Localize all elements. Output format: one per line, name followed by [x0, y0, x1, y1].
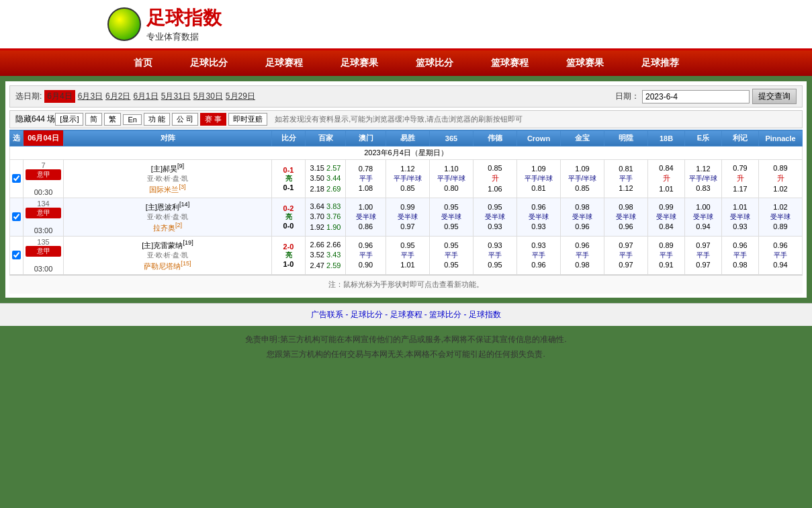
function-btn[interactable]: 功 能	[144, 113, 170, 126]
team-tags-1: 亚·欧·析·盘·凯	[66, 174, 269, 183]
18b-cell-3: 0.89 平手 0.91	[648, 237, 685, 275]
col-ele: E乐	[685, 130, 722, 146]
ele-cell-2: 1.00 受半球 0.94	[685, 198, 722, 237]
col-matchup: 对阵	[64, 130, 272, 146]
footer-note: 注：鼠标光标为手形状时即可点击查看新功能。	[9, 275, 803, 294]
nav-football-score[interactable]: 足球比分	[171, 50, 246, 76]
date-link-4[interactable]: 5月31日	[161, 91, 191, 102]
table-row: 135 意甲 03:00 [主]克雷蒙纳[19] 亚·欧·析·盘·凯 萨勒尼塔纳…	[10, 237, 803, 275]
row-number-2: 134	[37, 200, 49, 208]
col-liji: 利记	[722, 130, 759, 146]
date-link-6[interactable]: 5月29日	[226, 91, 255, 102]
row-checkbox-1[interactable]	[12, 174, 21, 183]
row-meta-3: 135 意甲 03:00	[24, 237, 64, 275]
table-row: 7 意甲 00:30 [主]郝昊[9] 亚·欧·析·盘·凯 国际米兰[3] 0-…	[10, 160, 803, 198]
jinbao-cell-1: 1.09 平手/半球 0.85	[561, 160, 604, 198]
english-btn[interactable]: En	[123, 114, 141, 125]
weide-cell-3: 0.93 平手 0.95	[473, 237, 517, 275]
logo-ball	[107, 7, 141, 41]
disclaimer-line-2: 您跟第三方机构的任何交易与本网无关,本网格不会对可能引起的任何损失负责.	[7, 347, 805, 362]
row-select-1[interactable]	[10, 160, 24, 198]
date-selected[interactable]: 6月4日	[44, 90, 75, 103]
date-link-1[interactable]: 6月3日	[78, 91, 103, 102]
simple-btn[interactable]: 简	[85, 113, 102, 126]
team-cell-2: [主]恩波利[14] 亚·欧·析·盘·凯 拉齐奥[2]	[64, 198, 272, 237]
traditional-btn[interactable]: 繁	[104, 113, 121, 126]
col-aomen: 澳门	[346, 130, 386, 146]
match-time-3: 03:00	[26, 265, 61, 273]
ele-cell-1: 1.12 平手/半球 0.83	[685, 160, 722, 198]
nav-home[interactable]: 首页	[115, 50, 171, 76]
nav-basketball-score[interactable]: 篮球比分	[397, 50, 472, 76]
mingshen-cell-3: 0.97 平手 0.97	[604, 237, 648, 275]
score-3: 2-0	[283, 243, 294, 251]
score-status-3: 亮	[285, 251, 292, 259]
score-ht-1: 0-1	[283, 183, 294, 192]
score-ht-2: 0-0	[283, 222, 294, 230]
col-yisheng: 易胜	[386, 130, 430, 146]
ele-cell-3: 0.97 平手 0.97	[685, 237, 722, 275]
aomen-cell-3: 0.96 平手 0.90	[346, 237, 386, 275]
row-select-3[interactable]	[10, 237, 24, 275]
score-status-1: 亮	[285, 175, 292, 182]
liji-cell-3: 0.96 平手 0.98	[722, 237, 759, 275]
row-checkbox-3[interactable]	[12, 251, 21, 259]
home-team-2: [主]恩波利[14]	[66, 201, 269, 212]
date-section-label: 2023年6月4日（星期日）	[364, 149, 448, 157]
date-label: 选日期:	[15, 91, 42, 102]
col-score: 比分	[272, 130, 306, 146]
col-18b: 18B	[648, 130, 685, 146]
nav-basketball-result[interactable]: 篮球赛果	[547, 50, 623, 76]
jinbao-cell-2: 0.98 受半球 0.96	[561, 198, 604, 237]
nav-basketball-schedule[interactable]: 篮球赛程	[472, 50, 547, 76]
disclaimer: 免责申明:第三方机构可能在本网宣传他们的产品或服务,本网将不保证其宣传信息的准确…	[0, 326, 812, 368]
nav-football-schedule[interactable]: 足球赛程	[246, 50, 322, 76]
col-pinnacle: Pinnacle	[759, 130, 803, 146]
pinnacle-cell-2: 1.02 受半球 0.89	[759, 198, 803, 237]
ad-link[interactable]: 广告联系 - 足球比分 - 足球赛程 - 篮球比分 - 足球指数	[311, 310, 501, 319]
away-team-3: 萨勒尼塔纳[15]	[66, 260, 269, 271]
ad-footer: 广告联系 - 足球比分 - 足球赛程 - 篮球比分 - 足球指数	[0, 303, 812, 326]
18b-cell-2: 0.99 受半球 0.84	[648, 198, 685, 237]
company-btn[interactable]: 公 司	[172, 113, 198, 126]
match-btn[interactable]: 赛 事	[200, 113, 226, 126]
row-checkbox-2[interactable]	[12, 212, 21, 221]
date-input[interactable]	[642, 90, 750, 103]
aomen-cell-2: 1.00 受半球 0.86	[346, 198, 386, 237]
col-mingshen: 明陞	[604, 130, 648, 146]
col-weide: 伟德	[473, 130, 517, 146]
team-cell-3: [主]克雷蒙纳[19] 亚·欧·析·盘·凯 萨勒尼塔纳[15]	[64, 237, 272, 275]
team-tags-3: 亚·欧·析·盘·凯	[66, 251, 269, 260]
date-input-label: 日期：	[615, 91, 639, 102]
show-button[interactable]: [显示]	[55, 113, 83, 126]
logo-title: 足球指数	[146, 5, 222, 31]
col-crown: Crown	[517, 130, 561, 146]
18b-cell-1: 0.84 升 1.01	[648, 160, 685, 198]
home-team-1: [主]郝昊[9]	[66, 163, 269, 174]
baijia-cell-1: 3.15 2.57 3.50 3.44 2.18 2.69	[306, 160, 346, 198]
row-meta-2: 134 意甲 03:00	[24, 198, 64, 237]
main-content: 选日期: 6月4日 6月3日 6月2日 6月1日 5月31日 5月30日 5月2…	[5, 81, 807, 298]
score-ht-3: 1-0	[283, 260, 294, 268]
date-section-row: 2023年6月4日（星期日）	[10, 146, 803, 160]
team-cell-1: [主]郝昊[9] 亚·欧·析·盘·凯 国际米兰[3]	[64, 160, 272, 198]
league-badge-3: 意甲	[26, 246, 61, 257]
date-link-5[interactable]: 5月30日	[193, 91, 223, 102]
row-select-2[interactable]	[10, 198, 24, 237]
query-button[interactable]: 提交查询	[752, 89, 797, 104]
date-link-2[interactable]: 6月2日	[105, 91, 130, 102]
pinnacle-cell-3: 0.96 平手 0.94	[759, 237, 803, 275]
col-date: 06月04日	[24, 130, 64, 146]
row-meta-1: 7 意甲 00:30	[24, 160, 64, 198]
score-cell-3: 2-0 亮 1-0	[272, 237, 306, 275]
col-jinbao: 金宝	[561, 130, 604, 146]
nav-football-result[interactable]: 足球赛果	[322, 50, 397, 76]
nav-football-recommend[interactable]: 足球推荐	[623, 50, 698, 76]
yisheng-cell-3: 0.95 平手 1.01	[386, 237, 430, 275]
date-link-3[interactable]: 6月1日	[133, 91, 158, 102]
site-header: 足球指数 专业体育数据	[0, 0, 812, 50]
yisheng-cell-1: 1.12 平手/半球 0.85	[386, 160, 430, 198]
live-btn[interactable]: 即时亚赔	[228, 113, 267, 126]
crown-cell-2: 0.96 受半球 0.93	[517, 198, 561, 237]
row-number-1: 7	[41, 161, 45, 169]
